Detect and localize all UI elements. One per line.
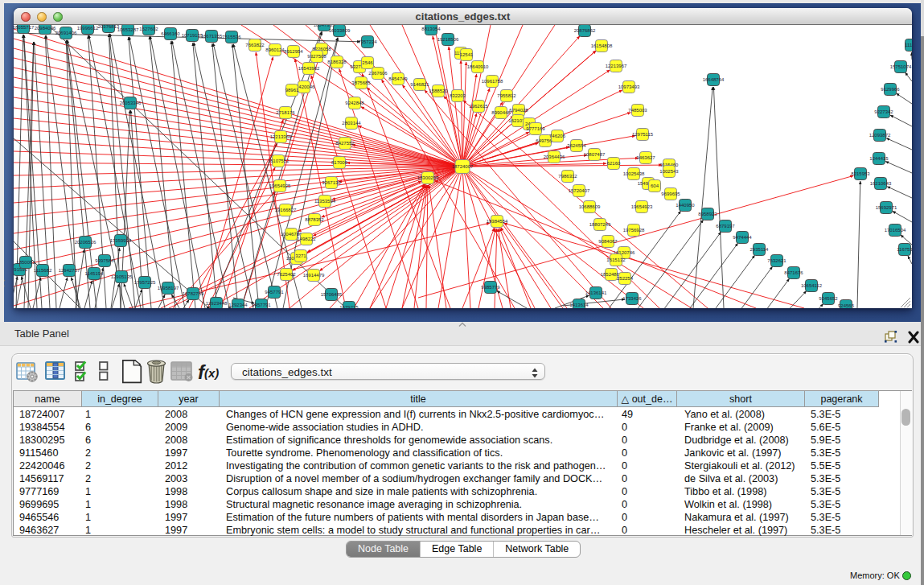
svg-text:8958923: 8958923	[698, 212, 717, 216]
svg-text:817006: 817006	[331, 160, 348, 165]
svg-text:17957225: 17957225	[134, 280, 156, 285]
svg-text:62160: 62160	[607, 161, 621, 166]
svg-text:1292344: 1292344	[228, 303, 248, 307]
svg-text:2803144: 2803144	[342, 121, 361, 126]
svg-text:9084067: 9084067	[598, 239, 618, 244]
svg-text:12975115: 12975115	[632, 132, 654, 137]
svg-text:1145194: 1145194	[85, 271, 105, 276]
svg-text:8454749: 8454749	[388, 76, 408, 81]
svg-text:1362615: 1362615	[469, 104, 488, 109]
svg-text:19384554: 19384554	[487, 219, 508, 224]
svg-text:19218506: 19218506	[437, 37, 459, 42]
svg-text:19654925: 19654925	[269, 183, 291, 188]
svg-text:9777169: 9777169	[526, 126, 545, 131]
svg-text:8878352: 8878352	[305, 217, 324, 222]
svg-text:7632621: 7632621	[767, 258, 786, 263]
svg-text:12905135: 12905135	[111, 274, 133, 279]
svg-text:832203: 832203	[450, 93, 466, 98]
svg-text:10807487: 10807487	[584, 152, 606, 157]
svg-text:9385779: 9385779	[481, 285, 500, 290]
svg-text:9457791: 9457791	[252, 303, 271, 307]
svg-text:1588520: 1588520	[429, 89, 448, 93]
svg-text:9245652: 9245652	[819, 296, 838, 301]
svg-text:11353594: 11353594	[314, 199, 336, 204]
svg-text:6794028: 6794028	[509, 108, 528, 113]
svg-text:1733426: 1733426	[622, 296, 642, 301]
svg-text:8471676: 8471676	[784, 270, 803, 275]
svg-text:20053346: 20053346	[120, 101, 142, 105]
svg-text:7357224: 7357224	[358, 39, 377, 44]
svg-text:9242848: 9242848	[345, 101, 364, 105]
svg-text:11125: 11125	[905, 43, 912, 47]
svg-text:252254: 252254	[617, 276, 634, 281]
svg-text:16648764: 16648764	[703, 77, 725, 82]
svg-text:18300295: 18300295	[417, 175, 439, 180]
svg-text:2718176: 2718176	[276, 110, 295, 115]
svg-text:116753: 116753	[897, 247, 912, 252]
svg-text:20691406: 20691406	[55, 31, 77, 35]
svg-text:10973493: 10973493	[618, 84, 640, 89]
svg-text:9699695: 9699695	[661, 192, 680, 196]
svg-text:9474444: 9474444	[733, 235, 752, 240]
svg-text:19756928: 19756928	[623, 228, 645, 233]
svg-text:3267130: 3267130	[322, 180, 341, 185]
svg-text:9463627: 9463627	[636, 155, 655, 160]
svg-text:12923448: 12923448	[206, 301, 228, 306]
svg-text:9397588: 9397588	[95, 258, 114, 263]
svg-text:12942757: 12942757	[59, 268, 80, 273]
svg-text:18640910: 18640910	[467, 64, 489, 69]
svg-text:10653287: 10653287	[117, 27, 139, 32]
svg-text:19958197: 19958197	[158, 286, 179, 290]
svg-text:8215953: 8215953	[851, 171, 870, 176]
svg-text:17016504: 17016504	[885, 228, 906, 233]
svg-text:16210643: 16210643	[870, 181, 892, 186]
svg-text:15720407: 15720407	[569, 188, 590, 193]
svg-text:15751074: 15751074	[890, 64, 912, 69]
svg-text:16107552: 16107552	[268, 159, 290, 163]
svg-text:16543962: 16543962	[298, 66, 320, 71]
svg-text:8186328: 8186328	[327, 60, 347, 64]
svg-text:(x): (x)	[204, 366, 219, 380]
svg-text:20876862: 20876862	[574, 28, 596, 33]
svg-text:10688609: 10688609	[579, 204, 601, 209]
svg-text:8427552: 8427552	[335, 141, 355, 146]
svg-text:20984006: 20984006	[35, 26, 56, 31]
svg-text:7955812: 7955812	[497, 93, 516, 98]
svg-text:19996612: 19996612	[77, 26, 99, 31]
svg-text:2367606: 2367606	[368, 71, 388, 76]
svg-text:746206: 746206	[549, 134, 566, 138]
svg-text:18055717: 18055717	[14, 25, 35, 30]
svg-text:10654112: 10654112	[801, 283, 823, 288]
svg-text:7625402: 7625402	[277, 272, 296, 277]
svg-text:1679275: 1679275	[339, 305, 359, 308]
svg-text:7515536: 7515536	[222, 35, 241, 39]
svg-text:3271: 3271	[295, 253, 306, 258]
svg-text:9129966: 9129966	[881, 87, 900, 92]
svg-text:19654923: 19654923	[631, 204, 653, 209]
svg-text:1440950: 1440950	[676, 203, 695, 208]
svg-text:9227342: 9227342	[874, 109, 893, 114]
svg-text:1002543: 1002543	[659, 169, 679, 174]
svg-text:3624554: 3624554	[567, 143, 586, 148]
svg-text:9457791: 9457791	[265, 290, 284, 295]
svg-text:8990448: 8990448	[491, 110, 511, 115]
svg-text:16671355: 16671355	[201, 34, 223, 39]
svg-text:924565: 924565	[838, 303, 855, 308]
svg-text:604: 604	[651, 183, 659, 188]
svg-text:1850061: 1850061	[16, 260, 35, 265]
svg-text:12213369: 12213369	[270, 134, 292, 139]
svg-text:12093872: 12093872	[869, 133, 891, 138]
svg-text:6879197: 6879197	[716, 224, 735, 229]
svg-text:7485003: 7485003	[628, 108, 647, 113]
svg-text:17359924: 17359924	[110, 238, 132, 243]
svg-text:16033809: 16033809	[329, 28, 351, 33]
svg-text:1244415: 1244415	[869, 156, 889, 161]
svg-text:1115682: 1115682	[34, 268, 52, 273]
svg-text:1413614: 1413614	[569, 303, 589, 307]
svg-text:1615132: 1615132	[606, 257, 626, 262]
svg-text:2546: 2546	[362, 60, 373, 65]
svg-text:15692971: 15692971	[876, 205, 897, 210]
svg-text:15706485: 15706485	[321, 292, 343, 297]
svg-text:12213967: 12213967	[606, 64, 627, 68]
svg-text:18724007: 18724007	[452, 164, 474, 169]
